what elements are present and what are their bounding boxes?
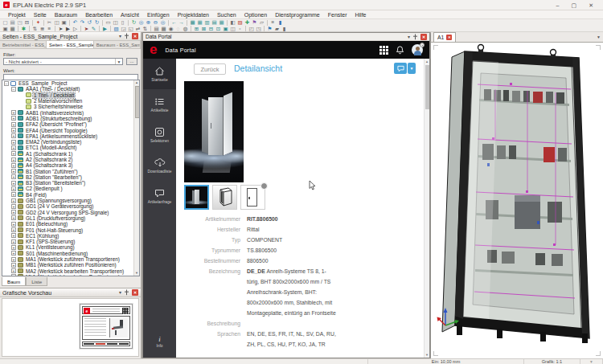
- menu-seite[interactable]: Seite: [30, 10, 51, 19]
- tab-list-dropdown-icon[interactable]: ▼: [597, 35, 601, 39]
- toolbar-icon[interactable]: ≣: [39, 26, 46, 32]
- panel-tab-seiten-ess-sample-project[interactable]: Seiten - ESS_Sample_Project: [47, 41, 94, 48]
- thumbnail-photo[interactable]: [184, 185, 209, 210]
- tree-item[interactable]: +ETC1 (Modell-Ansicht): [2, 145, 133, 150]
- toolbar-icon[interactable]: ◌: [174, 26, 182, 32]
- toolbar-icon[interactable]: ▣: [2, 26, 9, 32]
- menu-hilfe[interactable]: Hilfe: [351, 10, 371, 19]
- tree-item[interactable]: +C2 (Bedienpult ): [2, 186, 133, 191]
- tree-expander-icon[interactable]: +: [11, 169, 16, 174]
- tree-expander-icon[interactable]: +: [11, 227, 16, 232]
- toolbar-icon[interactable]: ▫: [236, 26, 244, 32]
- tree-item[interactable]: +EC1 (Kühlung): [2, 233, 133, 239]
- toolbar-icon[interactable]: ▤: [153, 26, 160, 32]
- feedback-button[interactable]: [394, 63, 407, 74]
- tree-item[interactable]: +S01 (Maschinenbedienung): [2, 251, 133, 256]
- tree-expander-icon[interactable]: +: [11, 151, 16, 156]
- toolbar-icon[interactable]: ◉: [167, 26, 174, 32]
- toolbar-icon[interactable]: ▦: [160, 26, 167, 32]
- tab-close-icon[interactable]: ✕: [446, 35, 452, 40]
- toolbar-icon[interactable]: ⊟: [207, 26, 215, 32]
- tree-item[interactable]: +AAB1 (Inhaltsverzeichnis): [2, 109, 133, 115]
- toolbar-icon[interactable]: ⊡: [215, 26, 222, 32]
- menu-projektdaten[interactable]: Projektdaten: [174, 10, 213, 19]
- tree-expander-icon[interactable]: +: [11, 239, 16, 244]
- tree-expander-icon[interactable]: +: [11, 210, 16, 215]
- toolbar-icon[interactable]: ▷: [72, 26, 79, 32]
- panel-menu-icon[interactable]: ▾: [119, 289, 121, 296]
- tree-expander-icon[interactable]: +: [11, 251, 16, 256]
- data-portal-titlebar[interactable]: Data Portal ▾ ✕: [143, 33, 429, 41]
- tree-expander-icon[interactable]: +: [11, 268, 16, 273]
- view-tab-baum[interactable]: Baum: [2, 277, 26, 286]
- pin-icon[interactable]: [412, 34, 418, 40]
- toolbar-icon[interactable]: ➤: [83, 26, 90, 32]
- menu-optionen[interactable]: Optionen: [240, 10, 271, 19]
- toolbar-icon[interactable]: ▦: [9, 26, 16, 32]
- tree-item[interactable]: +GD1 (24 V Geräteversorgung): [2, 203, 133, 209]
- tree-expander-icon[interactable]: +: [11, 192, 16, 197]
- user-avatar[interactable]: [412, 44, 423, 55]
- tree-item[interactable]: 3 Sicherheitshinweise: [2, 104, 133, 109]
- apps-grid-icon[interactable]: [379, 46, 388, 55]
- toolbar-icon[interactable]: ◍: [182, 26, 189, 32]
- thumbnail-drawing[interactable]: [240, 185, 265, 210]
- panel-menu-icon[interactable]: ▾: [119, 33, 121, 39]
- scroll-down-icon[interactable]: ▼: [134, 271, 139, 276]
- pin-icon[interactable]: [124, 289, 129, 296]
- menu-einf-gen[interactable]: Einfügen: [143, 10, 174, 19]
- panel-tab-betriebsmittel-ess-sampl[interactable]: Betriebsmittel - ESS_Sampl...: [0, 41, 47, 48]
- tree-expander-icon[interactable]: +: [11, 140, 16, 145]
- sidebar-item-selektoren[interactable]: Selektoren: [143, 120, 176, 150]
- toolbar-icon[interactable]: ▶: [101, 26, 109, 32]
- tree-expander-icon[interactable]: +: [11, 157, 16, 162]
- tree-item[interactable]: +GB1 (Spannungsversorgung): [2, 198, 133, 203]
- tree-expander-icon[interactable]: +: [11, 128, 16, 133]
- panel-close-icon[interactable]: ✕: [132, 289, 138, 296]
- panel-menu-icon[interactable]: ▾: [408, 34, 410, 40]
- menu-dienstprogramme[interactable]: Dienstprogramme: [271, 10, 324, 19]
- tree-expander-icon[interactable]: +: [11, 110, 16, 115]
- thumbnail-3d-model[interactable]: [212, 185, 237, 210]
- view-tab-liste[interactable]: Liste: [26, 277, 47, 286]
- sidebar-item-artikelanfrage[interactable]: Artikelanfrage: [143, 181, 176, 211]
- tree-item[interactable]: +MB1 (Werkstück zuführen Positionieren): [2, 262, 133, 268]
- tree-expander-icon[interactable]: +: [11, 245, 16, 250]
- tree-expander-icon[interactable]: +: [11, 145, 16, 150]
- filter-more-button[interactable]: ...: [126, 58, 137, 65]
- tree-expander-icon[interactable]: +: [11, 233, 16, 238]
- tree-expander-icon[interactable]: +: [11, 222, 16, 227]
- tree-item[interactable]: 1 Titel- / Deckblatt: [2, 92, 133, 98]
- tree-scrollbar[interactable]: ▲ ▼: [133, 80, 139, 276]
- toolbar-icon[interactable]: ≡: [46, 26, 53, 32]
- toolbar-icon[interactable]: ⊞: [193, 26, 200, 32]
- toolbar-icon[interactable]: ⚑: [266, 26, 273, 32]
- toolbar-icon[interactable]: ▧: [113, 26, 120, 32]
- scroll-up-icon[interactable]: ▲: [425, 59, 429, 64]
- menu-projekt[interactable]: Projekt: [4, 10, 30, 19]
- tree-item[interactable]: +EFA4 (Übersicht Topologie): [2, 127, 133, 133]
- back-button[interactable]: Zurück: [194, 63, 226, 75]
- close-button[interactable]: ✕: [589, 0, 593, 10]
- menu-bearbeiten[interactable]: Bearbeiten: [81, 10, 117, 19]
- tree-expander-icon[interactable]: +: [11, 263, 16, 268]
- detail-scrollbar[interactable]: ▲ ▼: [424, 59, 429, 358]
- tree-expander-icon[interactable]: −: [11, 87, 16, 92]
- toolbar-icon[interactable]: ◳: [255, 26, 262, 32]
- sidebar-item-downloadliste[interactable]: Downloadliste: [143, 150, 176, 181]
- tree-item[interactable]: +F01 (Not-Halt-Steuerung): [2, 227, 133, 232]
- toolbar-icon[interactable]: ◫: [229, 26, 236, 32]
- menu-ansicht[interactable]: Ansicht: [117, 10, 143, 19]
- toolbar-icon[interactable]: ⇅: [142, 26, 149, 32]
- panel-tab-bauraum-ess-sample-pr[interactable]: Bauraum - ESS_Sample_Pr...: [94, 41, 141, 48]
- filter-dropdown[interactable]: - Nicht aktiviert - ▼: [3, 58, 123, 65]
- toolbar-icon[interactable]: ▮: [281, 26, 288, 32]
- tree-expander-icon[interactable]: +: [11, 133, 16, 138]
- toolbar-icon[interactable]: ✎: [90, 26, 97, 32]
- tree-expander-icon[interactable]: +: [11, 274, 16, 276]
- tree-expander-icon[interactable]: −: [4, 81, 9, 86]
- toolbar-icon[interactable]: ➤: [57, 26, 64, 32]
- tree-item[interactable]: +ML1 (Werkstück bearbeiten Positionieren…: [2, 274, 133, 276]
- tree-expander-icon[interactable]: +: [11, 204, 16, 209]
- toolbar-icon[interactable]: ⊠: [200, 26, 207, 32]
